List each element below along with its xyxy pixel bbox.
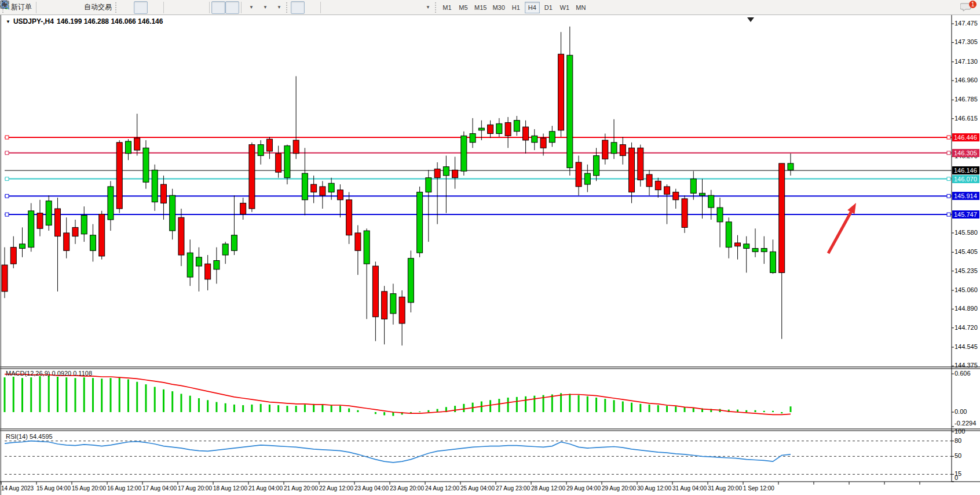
bar-chart-button[interactable] [120,1,134,14]
line-anchor[interactable] [5,194,9,198]
candle-body [311,184,317,192]
line-anchor[interactable] [947,177,950,181]
chart-shift-button[interactable] [225,1,239,14]
timeframe-m1[interactable]: M1 [440,2,455,13]
candle-body [761,249,767,252]
timeframe-m30[interactable]: M30 [490,2,507,13]
price-axis-label: 145.580 [955,229,978,236]
time-axis-label: 14 Aug 2023 [1,485,34,492]
price-axis-label: 144.375 [955,362,978,369]
notification-badge: 1 [969,1,977,8]
line-chart-button[interactable] [148,1,162,14]
line-anchor[interactable] [947,194,950,198]
line-anchor[interactable] [5,151,9,155]
profile-button[interactable] [52,1,66,14]
line-anchor[interactable] [947,136,950,139]
candle-body [72,227,78,236]
time-axis-label: 30 Aug 12:00 [637,485,671,492]
candle-body [567,55,573,168]
autotrade-button[interactable]: 自动交易 [80,1,114,14]
time-axis-label: 18 Aug 12:00 [213,485,247,492]
trendline-button[interactable] [350,1,364,14]
timeframe-group: M1M5M15M30H1H4D1W1MN [440,2,588,13]
candle-body [690,179,696,194]
candle-body [346,200,352,235]
collapse-triangle-icon[interactable]: ▼ [6,19,10,24]
dropdown-caret: ▼ [263,5,268,10]
channel-button[interactable]: E [364,1,378,14]
tile-windows-button[interactable] [193,1,207,14]
toolbar-grip[interactable] [115,2,119,13]
zoom-out-button[interactable] [180,1,193,14]
time-axis-label: 16 Aug 12:00 [107,485,141,492]
line-anchor[interactable] [5,136,9,139]
candle-body [160,184,166,203]
line-anchor[interactable] [5,213,9,216]
chart-shift-marker[interactable] [747,17,754,22]
mt4-window: 新订单 自动交易 ▼ ▼ ▼ E F A [0,0,980,495]
line-anchor[interactable] [947,213,950,216]
fibonacci-button[interactable]: F [378,1,392,14]
timeframe-m5[interactable]: M5 [456,2,471,13]
periods-button[interactable]: ▼ [257,1,271,14]
time-axis-label: 1 Sep 12:00 [743,485,774,492]
annotation-arrow-head[interactable] [847,203,856,214]
price-level-badge[interactable]: 146.446 [952,133,979,141]
candle-body [187,253,193,277]
market-watch-button[interactable] [38,1,52,14]
timeframe-h1[interactable]: H1 [509,2,524,13]
timeframe-h4[interactable]: H4 [525,2,540,13]
text-label-button[interactable]: T [406,1,420,14]
timeframe-mn[interactable]: MN [573,2,588,13]
time-axis-label: 29 Aug 04:00 [566,485,601,492]
timeframe-w1[interactable]: W1 [557,2,572,13]
cursor-button[interactable] [291,1,305,14]
price-level-badge[interactable]: 146.070 [952,175,979,183]
chart-title: ▼ USDJPY-,H4 146.199 146.288 146.066 146… [6,17,163,26]
candle-body [638,148,643,180]
candle-body [655,181,661,190]
candle-body [372,266,378,317]
line-anchor[interactable] [947,151,950,155]
timeframe-m15[interactable]: M15 [472,2,489,13]
horizontal-line-button[interactable] [337,1,350,14]
candle-body [558,54,564,130]
rsi-axis-label: 80 [955,437,961,444]
toolbar-grip[interactable] [286,2,290,13]
toolbar-grip[interactable] [435,2,438,13]
chart-canvas[interactable] [0,15,980,495]
notifications-button[interactable]: 1 [960,2,975,13]
candle-body [779,163,785,273]
candle-body [81,215,87,234]
candlestick-chart-button[interactable] [134,1,148,14]
price-level-badge[interactable]: 145.747 [952,210,979,219]
annotation-arrow-shaft[interactable] [828,212,851,253]
candle-body [196,257,202,266]
crosshair-button[interactable] [305,1,319,14]
rsi-axis-label: 50 [955,452,961,459]
auto-scroll-button[interactable] [211,1,225,14]
line-anchor[interactable] [5,177,9,181]
vertical-line-button[interactable] [323,1,337,14]
candle-body [99,214,105,256]
timeframe-d1[interactable]: D1 [541,2,556,13]
rsi-label: RSI(14) 54.4595 [6,433,53,440]
signal-button[interactable] [66,1,80,14]
price-level-badge[interactable]: 145.914 [952,192,979,200]
candle-body [302,173,308,200]
indicators-button[interactable]: ▼ [243,1,257,14]
candle-body [576,162,582,187]
candle-body [364,231,370,264]
price-level-badge[interactable]: 146.146 [952,166,979,174]
price-level-badge[interactable]: 146.305 [952,149,979,157]
candle-body [382,292,387,319]
new-order-button[interactable]: 新订单 [7,1,34,14]
candle-body [549,132,555,143]
templates-button[interactable]: ▼ [271,1,285,14]
text-button[interactable]: A [392,1,406,14]
arrows-button[interactable]: ▼ [420,1,434,14]
zoom-in-button[interactable] [166,1,180,14]
candle-body [37,213,43,229]
candle-body [152,170,158,202]
price-axis-label: 145.405 [955,248,978,255]
